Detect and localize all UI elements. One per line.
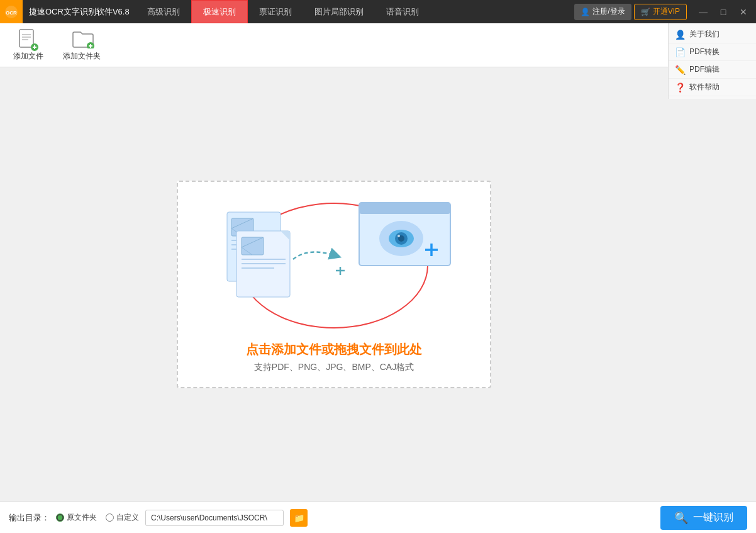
add-folder-button[interactable]: 添加文件夹: [57, 26, 107, 64]
pdf-edit-icon: ✏️: [675, 65, 686, 75]
add-file-button[interactable]: 添加文件: [6, 26, 50, 64]
minimize-button[interactable]: —: [693, 0, 713, 23]
bottom-bar: 输出目录： 原文件夹 自定义 📁 🔍 一键识别: [0, 502, 756, 533]
recognize-button[interactable]: 🔍 一键识别: [660, 506, 747, 530]
svg-point-35: [397, 235, 400, 237]
output-radio-group: 原文件夹 自定义: [56, 512, 139, 523]
app-title: 捷速OCR文字识别软件V6.8: [23, 6, 136, 18]
nav-item-partial[interactable]: 图片局部识别: [303, 0, 375, 23]
toolbar: 添加文件 添加文件夹: [0, 23, 756, 67]
nav-item-ticket[interactable]: 票证识别: [248, 0, 303, 23]
user-icon: 👤: [581, 8, 590, 16]
radio-custom-input[interactable]: [106, 513, 114, 522]
add-folder-icon: [72, 28, 92, 48]
sidebar-link-pdf-edit[interactable]: ✏️ PDF编辑: [669, 61, 756, 79]
pdf-convert-icon: 📄: [675, 47, 686, 57]
right-sidebar: 👤 关于我们 📄 PDF转换 ✏️ PDF编辑 ❓ 软件帮助: [668, 23, 756, 99]
nav-item-advanced[interactable]: 高级识别: [136, 0, 191, 23]
title-right-area: 👤 注册/登录 🛒 开通VIP — □ ✕: [574, 0, 756, 23]
drop-illustration: [202, 196, 466, 335]
radio-original-input[interactable]: [56, 513, 64, 522]
main-content: 点击添加文件或拖拽文件到此处 支持PDF、PNG、JPG、BMP、CAJ格式: [0, 67, 668, 502]
nav-item-speed[interactable]: 极速识别: [191, 0, 248, 23]
document-icon: [218, 199, 299, 303]
about-icon: 👤: [675, 30, 686, 40]
sidebar-link-help[interactable]: ❓ 软件帮助: [669, 79, 756, 96]
add-file-icon: [18, 28, 38, 48]
close-button[interactable]: ✕: [733, 0, 753, 23]
nav-item-voice[interactable]: 语音识别: [375, 0, 430, 23]
vip-button[interactable]: 🛒 开通VIP: [634, 4, 687, 20]
folder-browse-button[interactable]: 📁: [290, 509, 308, 527]
path-input[interactable]: [145, 510, 284, 526]
drop-main-text: 点击添加文件或拖拽文件到此处: [246, 341, 422, 358]
arrow-icon: [290, 240, 359, 278]
svg-text:OCR: OCR: [6, 10, 17, 16]
add-folder-label: 添加文件夹: [63, 51, 101, 62]
drop-zone[interactable]: 点击添加文件或拖拽文件到此处 支持PDF、PNG、JPG、BMP、CAJ格式: [177, 181, 491, 388]
output-label: 输出目录：: [9, 512, 50, 524]
svg-rect-2: [19, 30, 33, 47]
vip-icon: 🛒: [641, 8, 650, 16]
monitor-icon: [356, 199, 453, 281]
title-bar: OCR 捷速OCR文字识别软件V6.8 高级识别 极速识别 票证识别 图片局部识…: [0, 0, 756, 23]
add-file-label: 添加文件: [13, 51, 43, 62]
sidebar-link-pdf-convert[interactable]: 📄 PDF转换: [669, 43, 756, 61]
help-icon: ❓: [675, 82, 686, 93]
sidebar-link-about[interactable]: 👤 关于我们: [669, 26, 756, 43]
search-icon: 🔍: [674, 511, 688, 525]
svg-rect-30: [359, 203, 450, 214]
folder-icon: 📁: [294, 513, 304, 523]
app-logo: OCR: [0, 0, 23, 23]
radio-custom[interactable]: 自定义: [106, 512, 139, 523]
nav-bar: 高级识别 极速识别 票证识别 图片局部识别 语音识别: [136, 0, 575, 23]
drop-sub-text: 支持PDF、PNG、JPG、BMP、CAJ格式: [254, 362, 414, 373]
window-controls: — □ ✕: [693, 0, 753, 23]
maximize-button[interactable]: □: [713, 0, 733, 23]
login-button[interactable]: 👤 注册/登录: [574, 4, 631, 20]
radio-original[interactable]: 原文件夹: [56, 512, 97, 523]
